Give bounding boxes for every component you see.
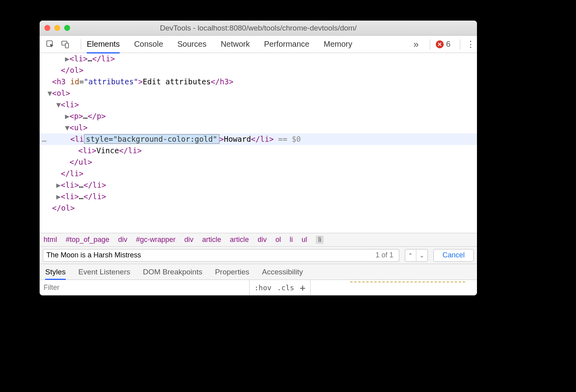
tab-performance[interactable]: Performance: [264, 40, 310, 49]
elements-dom-tree[interactable]: ▶<li>…</li> </ol> <h3 id="attributes">Ed…: [40, 53, 477, 233]
search-bar: 1 of 1 ⌃ ⌄ Cancel: [40, 246, 477, 264]
computed-pane: [311, 280, 477, 295]
search-nav: ⌃ ⌄: [405, 249, 428, 262]
search-result-count: 1 of 1: [376, 251, 393, 259]
toolbar-separator: [81, 39, 81, 49]
tab-memory[interactable]: Memory: [324, 40, 352, 49]
more-tabs-icon[interactable]: »: [414, 39, 419, 50]
dom-node-row[interactable]: <li>Vince</li>: [40, 145, 477, 156]
error-counter[interactable]: ✕ 6: [436, 40, 450, 49]
window-controls: [44, 25, 70, 31]
dom-node-row[interactable]: </li>: [40, 168, 477, 179]
dom-node-row[interactable]: ▶<li>…</li>: [40, 53, 477, 65]
breadcrumb-item[interactable]: #gc-wrapper: [136, 236, 175, 244]
toolbar-separator: [460, 39, 460, 49]
tab-elements[interactable]: Elements: [87, 40, 120, 49]
cancel-button[interactable]: Cancel: [433, 249, 474, 262]
subtab-styles[interactable]: Styles: [45, 268, 66, 276]
new-style-rule-icon[interactable]: +: [300, 282, 305, 293]
tab-network[interactable]: Network: [221, 40, 250, 49]
close-window-button[interactable]: [44, 25, 50, 31]
attribute-edit-input[interactable]: style="background-color:gold": [84, 134, 219, 144]
error-count: 6: [446, 40, 450, 49]
dom-node-row[interactable]: <h3 id="attributes">Edit attributes</h3>: [40, 76, 477, 88]
hov-toggle[interactable]: :hov: [254, 284, 271, 292]
breadcrumb-item[interactable]: html: [44, 236, 57, 244]
cls-toggle[interactable]: .cls: [277, 284, 294, 292]
box-model-outline: [350, 282, 465, 284]
dom-node-row[interactable]: ▶<li>…</li>: [40, 179, 477, 191]
devtools-toolbar: ElementsConsoleSourcesNetworkPerformance…: [40, 36, 477, 53]
breadcrumb-item[interactable]: article: [230, 236, 249, 244]
dom-node-row[interactable]: [40, 214, 477, 218]
breadcrumb-item[interactable]: article: [202, 236, 221, 244]
styles-filter-box: [40, 280, 250, 295]
dom-node-row[interactable]: </ol>: [40, 202, 477, 214]
error-icon: ✕: [436, 40, 444, 48]
subtab-accessibility[interactable]: Accessibility: [262, 268, 303, 276]
dom-node-row[interactable]: </ul>: [40, 156, 477, 168]
toolbar-separator: [430, 39, 430, 49]
dom-node-row[interactable]: ▶<li>…</li>: [40, 191, 477, 202]
dom-node-row[interactable]: ▼<ul>: [40, 122, 477, 133]
breadcrumb-item[interactable]: li: [290, 236, 293, 244]
search-next-button[interactable]: ⌄: [416, 249, 427, 261]
breadcrumb-item[interactable]: div: [184, 236, 193, 244]
breadcrumb-item[interactable]: ol: [275, 236, 281, 244]
device-toggle-icon[interactable]: [60, 39, 71, 49]
breadcrumb-item[interactable]: ul: [301, 236, 307, 244]
breadcrumb-item[interactable]: #top_of_page: [66, 236, 109, 244]
window-title: DevTools - localhost:8080/web/tools/chro…: [40, 24, 477, 32]
dom-node-row[interactable]: ▼<ol>: [40, 88, 477, 99]
panel-tabs: ElementsConsoleSourcesNetworkPerformance…: [87, 40, 414, 49]
search-input[interactable]: [46, 251, 376, 259]
styles-filter-row: :hov .cls +: [40, 280, 477, 295]
devtools-window: DevTools - localhost:8080/web/tools/chro…: [40, 21, 477, 295]
tab-sources[interactable]: Sources: [177, 40, 206, 49]
minimize-window-button[interactable]: [54, 25, 60, 31]
breadcrumb-item[interactable]: li: [316, 236, 324, 244]
dom-node-row[interactable]: ▶<p>…</p>: [40, 110, 477, 122]
breadcrumb-bar: html#top_of_pagediv#gc-wrapperdivarticle…: [40, 233, 477, 246]
styles-filter-input[interactable]: [44, 284, 245, 292]
dom-node-row[interactable]: ▼<li>: [40, 99, 477, 110]
breadcrumb-item[interactable]: div: [257, 236, 267, 244]
subtab-event-listeners[interactable]: Event Listeners: [78, 268, 130, 276]
styles-toggles: :hov .cls +: [250, 280, 311, 295]
styles-subtabs: StylesEvent ListenersDOM BreakpointsProp…: [40, 264, 477, 280]
dom-node-row[interactable]: … <listyle="background-color:gold">Howar…: [40, 133, 477, 145]
subtab-dom-breakpoints[interactable]: DOM Breakpoints: [143, 268, 202, 276]
settings-menu-icon[interactable]: ⋮: [466, 39, 475, 49]
titlebar: DevTools - localhost:8080/web/tools/chro…: [40, 21, 477, 36]
inspect-element-icon[interactable]: [45, 39, 55, 49]
search-box: 1 of 1: [43, 249, 399, 262]
tab-console[interactable]: Console: [134, 40, 163, 49]
svg-rect-2: [65, 43, 69, 48]
search-prev-button[interactable]: ⌃: [405, 249, 416, 261]
zoom-window-button[interactable]: [64, 25, 70, 31]
dom-node-row[interactable]: </ol>: [40, 65, 477, 76]
breadcrumb-item[interactable]: div: [118, 236, 127, 244]
subtab-properties[interactable]: Properties: [215, 268, 250, 276]
